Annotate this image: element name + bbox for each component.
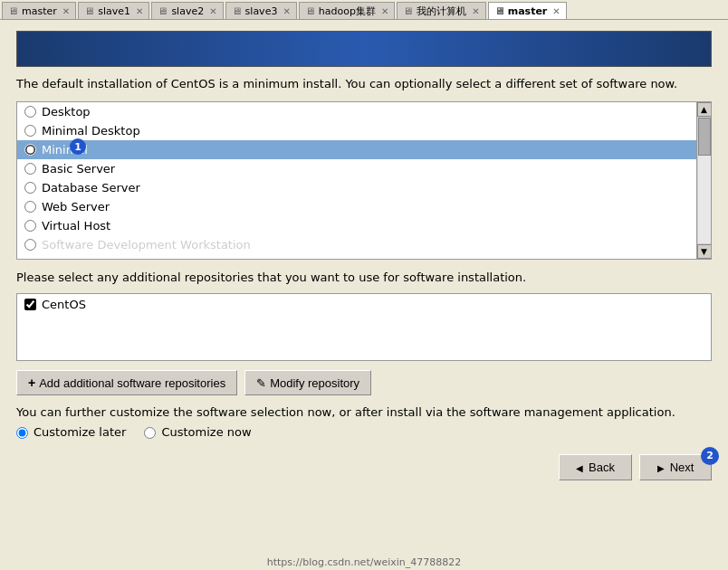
tab-label-hadoop: hadoop集群 [319, 5, 376, 18]
badge-2: 2 [701, 447, 719, 465]
radio-customize-now[interactable] [144, 427, 156, 439]
label-database-server: Database Server [42, 181, 140, 195]
radio-database-server[interactable] [24, 182, 36, 194]
next-arrow-icon [657, 461, 665, 474]
customize-now-label[interactable]: Customize now [144, 424, 251, 441]
software-list: Desktop Minimal Desktop Minimal 1 Basic … [17, 102, 696, 259]
list-item-minimal-desktop[interactable]: Minimal Desktop [17, 121, 696, 140]
tab-close-slave3[interactable]: ✕ [283, 6, 290, 16]
software-list-container: Desktop Minimal Desktop Minimal 1 Basic … [16, 101, 712, 260]
repo-item-centos[interactable]: CentOS [24, 298, 704, 311]
tab-icon-hadoop: 🖥 [305, 5, 315, 17]
tab-icon-master1: 🖥 [8, 5, 18, 17]
repo-buttons-row: Add additional software repositories Mod… [16, 370, 712, 395]
tab-label-mycomputer: 我的计算机 [417, 5, 466, 18]
scroll-up-btn[interactable]: ▲ [697, 102, 712, 117]
radio-web-server[interactable] [24, 201, 36, 213]
label-software-dev: Software Development Workstation [42, 238, 251, 252]
label-virtual-host: Virtual Host [42, 219, 110, 233]
customize-radio-group: Customize later Customize now [16, 424, 712, 441]
tab-label-slave1: slave1 [98, 5, 130, 17]
scroll-thumb [698, 118, 711, 156]
tab-icon-slave1: 🖥 [84, 5, 94, 17]
tab-slave1[interactable]: 🖥 slave1 ✕ [78, 2, 149, 19]
radio-virtual-host[interactable] [24, 220, 36, 232]
tab-close-slave2[interactable]: ✕ [209, 6, 216, 16]
repo-section-label: Please select any additional repositorie… [16, 271, 712, 284]
radio-basic-server[interactable] [24, 163, 36, 175]
plus-icon [28, 375, 35, 390]
list-item-minimal[interactable]: Minimal 1 [17, 140, 696, 159]
label-customize-later: Customize later [34, 424, 126, 441]
next-label: Next [670, 461, 694, 474]
label-web-server: Web Server [42, 200, 110, 214]
modify-repo-button[interactable]: Modify repository [244, 370, 371, 395]
radio-desktop[interactable] [24, 106, 36, 118]
tab-slave2[interactable]: 🖥 slave2 ✕ [151, 2, 223, 19]
tab-icon-mycomputer: 🖥 [403, 5, 413, 17]
back-arrow-icon [576, 461, 583, 474]
scroll-track[interactable] [698, 118, 711, 243]
back-button[interactable]: Back [559, 454, 632, 480]
tab-close-master1[interactable]: ✕ [62, 6, 70, 16]
header-banner [16, 31, 712, 67]
list-item-database-server[interactable]: Database Server [17, 178, 696, 197]
radio-minimal[interactable] [24, 144, 36, 156]
radio-software-dev[interactable] [24, 239, 36, 251]
tab-icon-slave2: 🖥 [158, 5, 168, 17]
tab-label-slave3: slave3 [245, 5, 278, 17]
tab-master2[interactable]: 🖥 master ✕ [488, 2, 567, 19]
list-item-basic-server[interactable]: Basic Server [17, 159, 696, 178]
list-item-web-server[interactable]: Web Server [17, 197, 696, 216]
tab-close-master2[interactable]: ✕ [552, 6, 560, 16]
tab-close-hadoop[interactable]: ✕ [381, 6, 388, 16]
repo-list-container: CentOS [16, 293, 712, 361]
tab-label-master2: master [508, 5, 548, 17]
radio-minimal-desktop[interactable] [24, 125, 36, 137]
list-item-virtual-host[interactable]: Virtual Host [17, 216, 696, 235]
tab-label-master1: master [22, 5, 57, 17]
back-label: Back [589, 461, 615, 474]
tab-slave3[interactable]: 🖥 slave3 ✕ [225, 2, 297, 19]
tab-hadoop[interactable]: 🖥 hadoop集群 ✕ [299, 2, 396, 19]
radio-customize-later[interactable] [16, 427, 28, 439]
customize-text: You can further customize the software s… [16, 404, 712, 421]
description-text: The default installation of CentOS is a … [16, 76, 712, 92]
tab-bar: 🖥 master ✕ 🖥 slave1 ✕ 🖥 slave2 ✕ 🖥 slave… [0, 0, 728, 20]
add-repo-button[interactable]: Add additional software repositories [16, 370, 237, 395]
tab-mycomputer[interactable]: 🖥 我的计算机 ✕ [397, 2, 485, 19]
tab-label-slave2: slave2 [171, 5, 204, 17]
tab-master1[interactable]: 🖥 master ✕ [2, 2, 76, 19]
label-centos: CentOS [42, 298, 86, 311]
customize-later-label[interactable]: Customize later [16, 424, 126, 441]
label-desktop: Desktop [42, 105, 91, 119]
tab-close-mycomputer[interactable]: ✕ [472, 6, 479, 16]
tab-icon-slave3: 🖥 [232, 5, 242, 17]
edit-icon [256, 376, 266, 390]
tab-icon-master2: 🖥 [494, 5, 504, 17]
modify-repo-label: Modify repository [270, 376, 359, 390]
list-item-desktop[interactable]: Desktop [17, 102, 696, 121]
checkbox-centos[interactable] [24, 299, 36, 310]
scrollbar: ▲ ▼ [696, 102, 711, 259]
label-basic-server: Basic Server [42, 162, 115, 176]
main-content: The default installation of CentOS is a … [0, 20, 728, 570]
scroll-down-btn[interactable]: ▼ [697, 244, 712, 259]
watermark: https://blog.csdn.net/weixin_47788822 [267, 556, 462, 568]
customize-section: You can further customize the software s… [16, 404, 712, 441]
tab-close-slave1[interactable]: ✕ [136, 6, 143, 16]
next-btn-wrapper: 2 Next [639, 454, 712, 480]
add-repo-label: Add additional software repositories [39, 376, 225, 390]
list-item-software-dev[interactable]: Software Development Workstation [17, 235, 696, 254]
label-minimal-desktop: Minimal Desktop [42, 124, 140, 138]
bottom-nav: Back 2 Next [16, 451, 712, 480]
label-customize-now: Customize now [161, 424, 251, 441]
